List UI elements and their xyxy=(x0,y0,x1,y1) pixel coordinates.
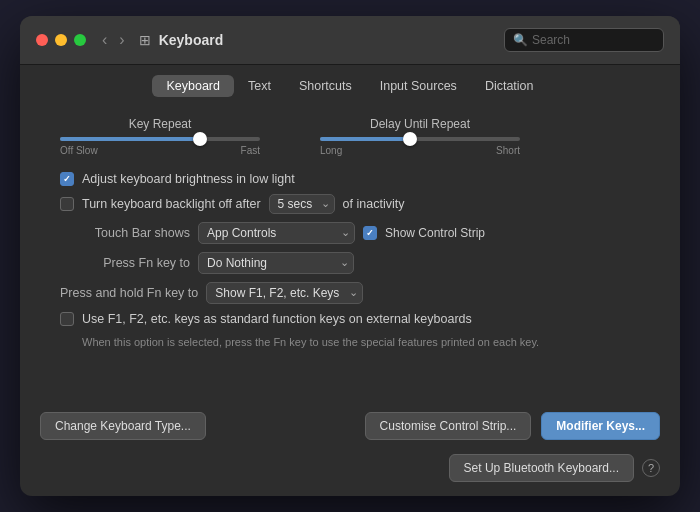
tabs-bar: Keyboard Text Shortcuts Input Sources Di… xyxy=(20,65,680,105)
delay-repeat-label: Delay Until Repeat xyxy=(370,117,470,131)
set-up-bluetooth-button[interactable]: Set Up Bluetooth Keyboard... xyxy=(449,454,634,482)
touch-bar-select[interactable]: App Controls Expanded Control Strip F1, … xyxy=(198,222,355,244)
show-control-strip-checkbox[interactable] xyxy=(363,226,377,240)
delay-repeat-fill xyxy=(320,137,410,141)
tab-dictation[interactable]: Dictation xyxy=(471,75,548,97)
adjust-brightness-row: Adjust keyboard brightness in low light xyxy=(60,172,640,186)
fn-hold-select[interactable]: Show F1, F2, etc. Keys Do Nothing xyxy=(206,282,363,304)
modifier-keys-button[interactable]: Modifier Keys... xyxy=(541,412,660,440)
delay-repeat-left: Long xyxy=(320,145,342,156)
fn-key-select-wrap: Do Nothing Change Input Source Show Spot… xyxy=(198,252,354,274)
delay-repeat-right: Short xyxy=(496,145,520,156)
key-repeat-left: Off Slow xyxy=(60,145,98,156)
main-window: ‹ › ⊞ Keyboard 🔍 Keyboard Text Shortcuts… xyxy=(20,16,680,496)
search-icon: 🔍 xyxy=(513,33,528,47)
tab-text[interactable]: Text xyxy=(234,75,285,97)
fn-external-checkbox-row: Use F1, F2, etc. keys as standard functi… xyxy=(60,312,640,326)
adjust-brightness-label: Adjust keyboard brightness in low light xyxy=(82,172,295,186)
turn-off-backlight-label: Turn keyboard backlight off after xyxy=(82,197,261,211)
turn-off-backlight-checkbox[interactable] xyxy=(60,197,74,211)
press-hold-fn-row: Press and hold Fn key to Show F1, F2, et… xyxy=(60,282,640,304)
touch-bar-label: Touch Bar shows xyxy=(60,226,190,240)
fn-key-select[interactable]: Do Nothing Change Input Source Show Spot… xyxy=(198,252,354,274)
titlebar: ‹ › ⊞ Keyboard 🔍 xyxy=(20,16,680,65)
maximize-button[interactable] xyxy=(74,34,86,46)
key-repeat-group: Key Repeat Off Slow Fast xyxy=(60,117,260,156)
back-button[interactable]: ‹ xyxy=(98,30,111,50)
key-repeat-right: Fast xyxy=(241,145,260,156)
show-control-strip-label: Show Control Strip xyxy=(385,226,485,240)
press-fn-row: Press Fn key to Do Nothing Change Input … xyxy=(60,252,640,274)
inactivity-suffix: of inactivity xyxy=(343,197,405,211)
press-hold-fn-label: Press and hold Fn key to xyxy=(60,286,198,300)
grid-icon: ⊞ xyxy=(139,32,151,48)
key-repeat-label: Key Repeat xyxy=(129,117,192,131)
control-strip-row: Show Control Strip xyxy=(363,226,485,240)
delay-repeat-thumb[interactable] xyxy=(403,132,417,146)
key-repeat-endpoints: Off Slow Fast xyxy=(60,145,260,156)
delay-repeat-group: Delay Until Repeat Long Short xyxy=(320,117,520,156)
press-fn-label: Press Fn key to xyxy=(60,256,190,270)
customise-control-strip-button[interactable]: Customise Control Strip... xyxy=(365,412,532,440)
key-repeat-thumb[interactable] xyxy=(193,132,207,146)
help-icon[interactable]: ? xyxy=(642,459,660,477)
window-title: Keyboard xyxy=(159,32,504,48)
delay-repeat-track[interactable] xyxy=(320,137,520,141)
key-repeat-fill xyxy=(60,137,200,141)
close-button[interactable] xyxy=(36,34,48,46)
touch-bar-row: Touch Bar shows App Controls Expanded Co… xyxy=(60,222,640,244)
tab-input-sources[interactable]: Input Sources xyxy=(366,75,471,97)
key-repeat-track[interactable] xyxy=(60,137,260,141)
minimize-button[interactable] xyxy=(55,34,67,46)
fn-external-helper: When this option is selected, press the … xyxy=(82,334,640,351)
delay-repeat-endpoints: Long Short xyxy=(320,145,520,156)
search-bar[interactable]: 🔍 xyxy=(504,28,664,52)
fn-hold-select-wrap: Show F1, F2, etc. Keys Do Nothing xyxy=(206,282,363,304)
main-content: Key Repeat Off Slow Fast Delay Until Rep… xyxy=(20,105,680,402)
turn-off-backlight-row: Turn keyboard backlight off after 5 secs… xyxy=(60,194,640,214)
fn-external-label: Use F1, F2, etc. keys as standard functi… xyxy=(82,312,472,326)
change-keyboard-type-button[interactable]: Change Keyboard Type... xyxy=(40,412,206,440)
forward-button[interactable]: › xyxy=(115,30,128,50)
sliders-row: Key Repeat Off Slow Fast Delay Until Rep… xyxy=(60,117,640,156)
inactivity-select[interactable]: 5 secs 1 min 5 mins Never xyxy=(269,194,335,214)
tab-keyboard[interactable]: Keyboard xyxy=(152,75,234,97)
fn-external-row: Use F1, F2, etc. keys as standard functi… xyxy=(60,312,640,351)
adjust-brightness-checkbox[interactable] xyxy=(60,172,74,186)
touch-bar-select-wrap: App Controls Expanded Control Strip F1, … xyxy=(198,222,355,244)
search-input[interactable] xyxy=(532,33,655,47)
bottom-buttons: Change Keyboard Type... Customise Contro… xyxy=(20,402,680,454)
inactivity-select-wrap: 5 secs 1 min 5 mins Never xyxy=(269,194,335,214)
traffic-lights xyxy=(36,34,86,46)
tab-shortcuts[interactable]: Shortcuts xyxy=(285,75,366,97)
fn-external-checkbox[interactable] xyxy=(60,312,74,326)
nav-arrows: ‹ › xyxy=(98,30,129,50)
